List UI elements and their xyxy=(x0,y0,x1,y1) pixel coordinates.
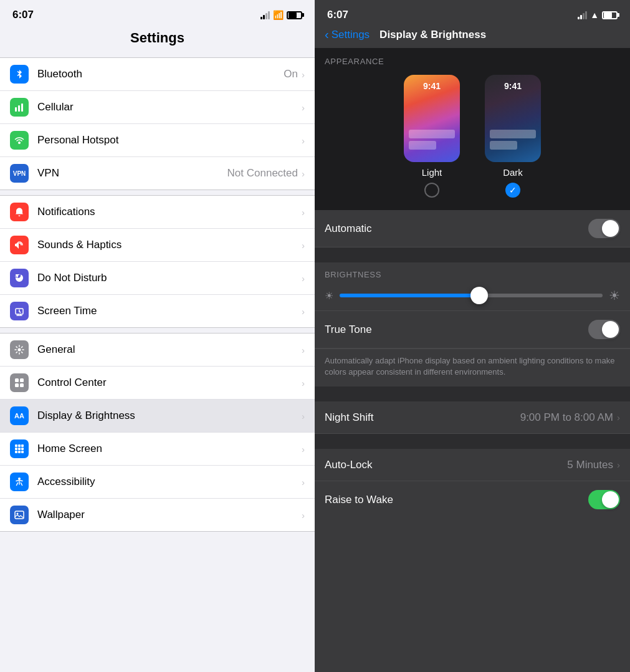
dark-radio[interactable]: ✓ xyxy=(505,183,520,198)
right-status-bar: 6:07 ▲ xyxy=(315,0,630,25)
system-group: Notifications › Sounds & Haptics › xyxy=(0,195,315,328)
svg-rect-7 xyxy=(20,378,24,382)
brightness-sun-large-icon: ☀ xyxy=(609,288,620,303)
light-mode-option[interactable]: 9:41 Light xyxy=(404,75,460,198)
true-tone-toggle-knob xyxy=(602,321,619,338)
dark-mode-option[interactable]: 9:41 Dark ✓ xyxy=(485,75,541,198)
svg-rect-0 xyxy=(15,107,17,112)
homescreen-item[interactable]: Home Screen › xyxy=(0,433,315,466)
appearance-header: APPEARANCE xyxy=(325,57,620,66)
hotspot-item[interactable]: Personal Hotspot › xyxy=(0,124,315,157)
nav-bar: ‹ Settings Display & Brightness xyxy=(315,25,630,48)
controlcenter-item[interactable]: Control Center › xyxy=(0,367,315,400)
night-shift-chevron: › xyxy=(617,412,620,423)
section-spacer-2 xyxy=(315,386,630,401)
accessibility-item[interactable]: Accessibility › xyxy=(0,466,315,499)
night-shift-value: 9:00 PM to 8:00 AM xyxy=(520,411,613,424)
raise-to-wake-toggle[interactable] xyxy=(588,490,620,509)
settings-list[interactable]: Bluetooth On › Cellular › xyxy=(0,52,315,672)
left-panel: 6:07 📶 Settings xyxy=(0,0,315,672)
svg-point-19 xyxy=(18,478,21,480)
bluetooth-label: Bluetooth xyxy=(37,68,284,80)
dark-preview-bar-2 xyxy=(490,141,517,150)
bluetooth-icon xyxy=(10,65,29,84)
wallpaper-item[interactable]: Wallpaper › xyxy=(0,499,315,531)
controlcenter-label: Control Center xyxy=(37,377,302,389)
battery-icon xyxy=(287,11,302,19)
svg-point-5 xyxy=(18,348,21,352)
preview-bar-2 xyxy=(409,141,436,150)
cellular-item[interactable]: Cellular › xyxy=(0,91,315,124)
bluetooth-item[interactable]: Bluetooth On › xyxy=(0,58,315,91)
dnd-chevron: › xyxy=(302,273,305,284)
svg-rect-18 xyxy=(21,451,24,453)
accessibility-icon xyxy=(10,473,29,491)
svg-rect-9 xyxy=(20,383,24,387)
display-icon: AA xyxy=(10,406,29,425)
dark-preview-time: 9:41 xyxy=(485,81,541,91)
hotspot-chevron: › xyxy=(302,135,305,146)
left-time: 6:07 xyxy=(12,9,34,21)
automatic-row[interactable]: Automatic xyxy=(315,210,630,247)
notifications-icon xyxy=(10,203,29,221)
right-content: APPEARANCE 9:41 Light xyxy=(315,48,630,672)
dnd-label: Do Not Disturb xyxy=(37,272,302,284)
wallpaper-chevron: › xyxy=(302,510,305,521)
true-tone-label: True Tone xyxy=(325,324,588,336)
notifications-label: Notifications xyxy=(37,206,302,218)
display-brightness-title: Display & Brightness xyxy=(379,29,486,41)
svg-rect-13 xyxy=(15,448,17,450)
light-preview-time: 9:41 xyxy=(404,81,460,91)
svg-rect-16 xyxy=(15,451,17,453)
brightness-section-spacer xyxy=(315,247,630,262)
general-item[interactable]: General › xyxy=(0,334,315,367)
true-tone-desc-text: Automatically adapt iPhone display based… xyxy=(325,355,620,378)
svg-rect-17 xyxy=(18,451,21,453)
hotspot-label: Personal Hotspot xyxy=(37,134,302,146)
screentime-icon xyxy=(10,302,29,320)
dnd-icon xyxy=(10,269,29,287)
appearance-options: 9:41 Light 9:41 xyxy=(325,75,620,198)
true-tone-toggle[interactable] xyxy=(588,320,620,339)
svg-rect-12 xyxy=(21,444,24,447)
display-item[interactable]: AA Display & Brightness › xyxy=(0,400,315,433)
svg-point-3 xyxy=(18,142,21,144)
cellular-icon xyxy=(10,98,29,117)
appearance-section: APPEARANCE 9:41 Light xyxy=(315,48,630,210)
section-spacer-3 xyxy=(315,434,630,449)
brightness-track[interactable] xyxy=(340,294,603,297)
vpn-item[interactable]: VPN VPN Not Connected › xyxy=(0,157,315,190)
brightness-slider-row: ☀ ☀ xyxy=(325,288,620,303)
sounds-item[interactable]: Sounds & Haptics › xyxy=(0,229,315,262)
notifications-item[interactable]: Notifications › xyxy=(0,196,315,229)
light-mode-label: Light xyxy=(422,167,442,178)
vpn-label: VPN xyxy=(37,167,227,180)
right-wifi-icon: ▲ xyxy=(590,10,599,20)
auto-lock-row[interactable]: Auto-Lock 5 Minutes › xyxy=(315,449,630,481)
dnd-item[interactable]: Do Not Disturb › xyxy=(0,262,315,295)
notifications-chevron: › xyxy=(302,207,305,218)
back-button[interactable]: ‹ Settings xyxy=(325,27,370,42)
brightness-section: BRIGHTNESS ☀ ☀ xyxy=(315,262,630,311)
brightness-thumb[interactable] xyxy=(470,287,488,304)
true-tone-row[interactable]: True Tone xyxy=(315,311,630,348)
screentime-item[interactable]: Screen Time › xyxy=(0,295,315,327)
svg-rect-8 xyxy=(15,383,19,387)
bluetooth-chevron: › xyxy=(302,69,305,80)
left-status-icons: 📶 xyxy=(260,10,302,20)
vpn-value: Not Connected xyxy=(227,167,298,180)
dark-preview-bars xyxy=(490,130,536,150)
general-icon xyxy=(10,340,29,359)
raise-to-wake-row[interactable]: Raise to Wake xyxy=(315,481,630,518)
light-radio[interactable] xyxy=(424,183,439,198)
screentime-label: Screen Time xyxy=(37,305,302,317)
back-label: Settings xyxy=(332,29,370,41)
night-shift-row[interactable]: Night Shift 9:00 PM to 8:00 AM › xyxy=(315,401,630,434)
svg-rect-1 xyxy=(18,105,20,112)
dark-preview-bar-1 xyxy=(490,130,536,138)
light-preview-bars xyxy=(409,130,455,150)
auto-lock-value: 5 Minutes xyxy=(567,459,613,471)
svg-rect-15 xyxy=(21,448,24,450)
light-phone-preview: 9:41 xyxy=(404,75,460,162)
automatic-toggle[interactable] xyxy=(588,219,620,238)
